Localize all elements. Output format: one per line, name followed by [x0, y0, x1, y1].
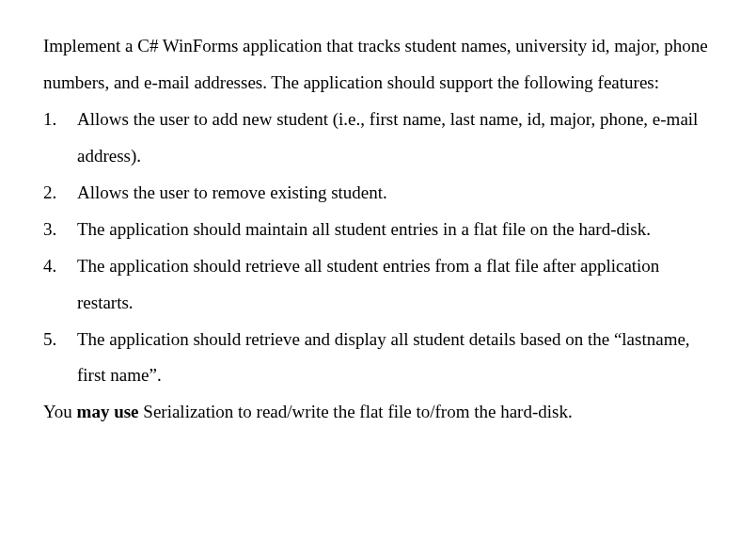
list-item: Allows the user to add new student (i.e.… — [43, 102, 713, 175]
list-item: The application should retrieve and disp… — [43, 322, 713, 395]
closing-paragraph: You may use Serialization to read/write … — [43, 394, 713, 431]
closing-bold: may use — [77, 402, 139, 421]
closing-suffix: Serialization to read/write the flat fil… — [139, 402, 573, 421]
intro-paragraph: Implement a C# WinForms application that… — [43, 28, 713, 102]
list-item: The application should retrieve all stud… — [43, 248, 713, 322]
feature-list: Allows the user to add new student (i.e.… — [43, 102, 713, 395]
list-item: Allows the user to remove existing stude… — [43, 175, 713, 212]
list-item: The application should maintain all stud… — [43, 212, 713, 248]
closing-prefix: You — [43, 402, 77, 421]
